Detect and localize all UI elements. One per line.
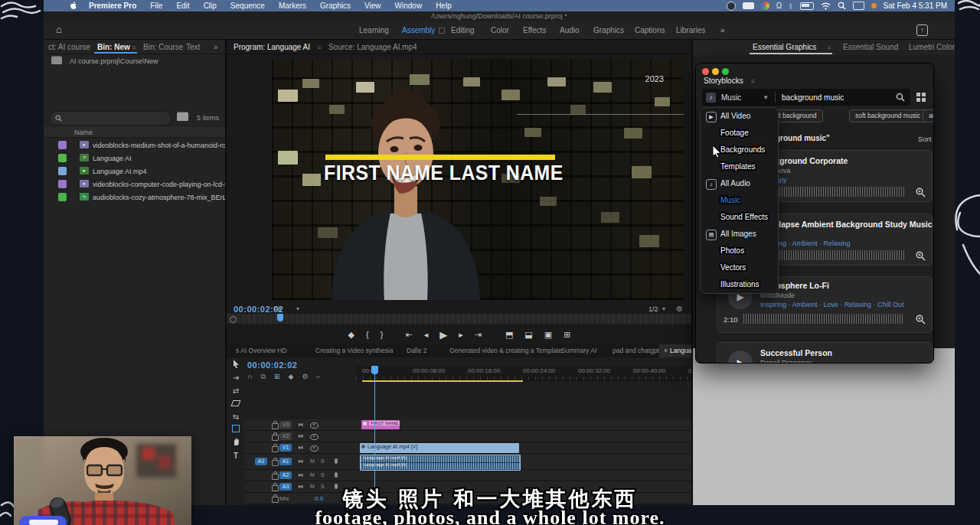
- subtitle-english: footage, photos, and a whole lot more.: [0, 507, 980, 525]
- dropdown-item-all-audio[interactable]: ♪All Audio: [701, 175, 778, 192]
- video-category-icon: ▶: [706, 112, 717, 122]
- music-note-icon: ♪: [706, 93, 716, 103]
- dropdown-item-illustrations[interactable]: Illustrations: [701, 276, 934, 293]
- suggestion-chip[interactable]: an: [923, 109, 934, 122]
- dropdown-item-music[interactable]: Music✓: [701, 192, 934, 209]
- doodle-right-spiral: [956, 195, 980, 276]
- screen-capture-frame: Premiere Pro File Edit Clip Sequence Mar…: [0, 0, 980, 525]
- mouse-cursor-icon: [712, 145, 721, 158]
- search-query[interactable]: background music: [782, 93, 844, 102]
- timeline-playhead[interactable]: [374, 366, 375, 504]
- suggestion-chip[interactable]: soft background music: [849, 109, 926, 122]
- track-tags[interactable]: Inspiring · Ambient · Love · Relaxing · …: [760, 301, 904, 308]
- dropdown-item-photos[interactable]: Photos: [701, 243, 934, 259]
- image-category-icon: ▤: [706, 230, 717, 240]
- track-title[interactable]: Successful Person: [760, 348, 832, 357]
- category-dropdown: ▶All Video Footage Backgrounds Templates…: [700, 107, 779, 294]
- storyblocks-search-bar[interactable]: ♪ Music ▼ background music: [702, 89, 910, 106]
- grid-view-icon[interactable]: [916, 93, 926, 103]
- storyblocks-panel-menu-icon[interactable]: ≡: [751, 78, 755, 85]
- category-select[interactable]: Music: [721, 93, 741, 102]
- dropdown-item-backgrounds[interactable]: Backgrounds: [701, 142, 934, 158]
- window-close-button[interactable]: [702, 68, 709, 75]
- timeline-playhead-head[interactable]: [371, 366, 378, 374]
- window-zoom-button[interactable]: [722, 68, 729, 75]
- dropdown-item-footage[interactable]: Footage: [701, 125, 934, 142]
- doodle-top-right: [959, 1, 980, 9]
- dropdown-item-vectors[interactable]: Vectors: [701, 259, 934, 276]
- window-minimize-button[interactable]: [712, 68, 719, 75]
- track-artist[interactable]: Danail Draganov: [760, 359, 812, 364]
- track-duration: 2:10: [724, 315, 738, 324]
- dropdown-item-templates[interactable]: Templates: [701, 158, 934, 175]
- play-button[interactable]: ▶: [728, 351, 753, 364]
- search-icon[interactable]: [896, 93, 905, 102]
- waveform[interactable]: [743, 314, 904, 324]
- audio-result-card[interactable]: ▶ Successful Person Danail Draganov: [717, 342, 933, 364]
- dropdown-item-all-images[interactable]: ▤All Images: [701, 226, 778, 243]
- zoom-in-icon[interactable]: [916, 315, 926, 324]
- divider: [775, 92, 776, 103]
- dropdown-item-all-video[interactable]: ▶All Video: [701, 108, 778, 125]
- dropdown-item-sound-effects[interactable]: Sound Effects: [701, 209, 934, 226]
- storyblocks-window: Storyblocks ≡ ♪ Music ▼ background music…: [695, 63, 934, 364]
- storyblocks-panel-tab[interactable]: Storyblocks: [704, 77, 743, 85]
- chevron-down-icon: ▼: [763, 94, 769, 101]
- audio-category-icon: ♪: [706, 179, 717, 190]
- doodle-top-left: [2, 2, 40, 18]
